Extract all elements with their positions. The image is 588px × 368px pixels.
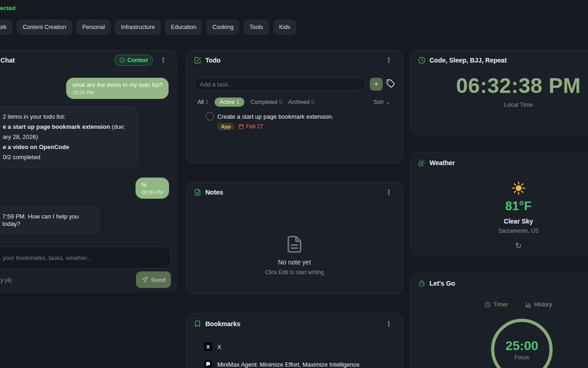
add-task-button[interactable]: + [370, 78, 383, 91]
context-button[interactable]: Context [114, 55, 153, 66]
chat-message-user: what are the items in my todo list? 10:2… [66, 78, 169, 99]
tab-personal[interactable]: Personal [76, 19, 111, 35]
chat-message-line: e a video on OpenCode [3, 142, 131, 152]
todo-filters: All1 Active1 Completed0 Archived0 [198, 98, 315, 107]
timer-ring: 25:00 Focus [491, 319, 553, 368]
bookmarks-menu-button[interactable]: ⋮ [383, 319, 395, 329]
bookmark-item[interactable]: X X [204, 343, 221, 351]
todo-widget: Todo ⋮ + All1 Active1 Completed0 Archive… [186, 50, 403, 163]
task-tag-badge: App [217, 123, 234, 130]
filter-archived[interactable]: Archived0 [288, 99, 314, 105]
chat-widget: Chat Context ⋮ what are the items in my … [0, 50, 177, 292]
chat-menu-button[interactable]: ⋮ [157, 55, 170, 65]
chat-header: Chat Context ⋮ [0, 50, 177, 71]
chat-message-time: 10:20 PM [72, 90, 163, 95]
check-square-icon [194, 57, 201, 64]
chat-message-text: hi [141, 181, 163, 188]
refresh-icon[interactable]: ↻ [512, 241, 524, 251]
chat-input[interactable] [0, 247, 171, 269]
send-button-label: Send [151, 276, 166, 283]
connection-status: ected [0, 5, 16, 12]
chat-message-assistant: 7:59 PM. How can I help you today? [0, 207, 99, 234]
chat-message-line: 7:59 PM. How can I help you today? [2, 213, 92, 228]
tab-content-creation[interactable]: Content Creation [17, 19, 72, 35]
tab-work[interactable]: ork [0, 19, 12, 35]
chevron-down-icon: ⌄ [385, 99, 390, 105]
bookmark-label: X [217, 344, 221, 351]
bookmarks-header: Bookmarks ⋮ [187, 314, 402, 334]
chat-message-line: ary 28, 2026) [3, 132, 131, 142]
weather-condition: Clear Sky [504, 218, 533, 225]
context-button-label: Context [127, 57, 148, 63]
bookmark-label: MiniMax Agent: Minimize Effort, Maximize… [217, 361, 360, 368]
send-button[interactable]: Send [136, 271, 171, 288]
paper-plane-icon [141, 276, 148, 283]
chat-message-time: 08:00 PM [141, 190, 163, 195]
chat-message-line: 2 items in your todo list: [3, 112, 131, 122]
task-text[interactable]: Create a start up page bookmark extensio… [217, 113, 334, 120]
x-favicon: X [204, 343, 212, 351]
task-meta: App Feb 27 [217, 123, 263, 130]
weather-title: Weather [430, 159, 455, 167]
todo-title: Todo [205, 57, 220, 64]
chat-message-text: what are the items in my todo list? [72, 81, 163, 88]
weather-location: Sacramento, US [498, 228, 538, 234]
tab-history[interactable]: History [523, 301, 555, 308]
filter-active[interactable]: Active1 [215, 98, 244, 107]
todo-menu-button[interactable]: ⋮ [383, 55, 395, 65]
notes-menu-button[interactable]: ⋮ [383, 187, 395, 197]
clock-subtitle: Local Time [411, 101, 588, 108]
info-icon [119, 58, 125, 63]
filter-all[interactable]: All1 [198, 99, 209, 105]
tab-timer[interactable]: Timer [482, 301, 510, 308]
sort-dropdown[interactable]: Sort ⌄ [373, 99, 390, 105]
clock-title: Code, Sleep, BJJ, Repeat [430, 57, 507, 64]
calendar-icon [238, 124, 244, 129]
bookmark-icon [194, 320, 201, 328]
notes-empty-state: No note yet Click Edit to start writing [187, 235, 402, 276]
pomodoro-tabs: Timer History [411, 301, 588, 308]
tag-icon[interactable] [386, 79, 395, 88]
notes-empty-title: No note yet [278, 259, 311, 266]
notes-widget: Notes ⋮ No note yet Click Edit to start … [186, 182, 403, 294]
pomodoro-widget: Let's Go Timer History 25:00 Focus [410, 273, 588, 368]
chat-title: Chat [0, 57, 15, 64]
tab-kids[interactable]: Kids [273, 19, 296, 35]
stopwatch-icon [418, 280, 425, 287]
category-tabs: ork Content Creation Personal Infrastruc… [0, 19, 296, 35]
filter-completed[interactable]: Completed0 [250, 99, 282, 105]
weather-widget: Weather 81°F Clear Sky Sacramento, US ↻ [410, 152, 588, 256]
sun-icon [512, 181, 526, 195]
tab-infrastructure[interactable]: Infrastructure [115, 19, 161, 35]
chat-divider [0, 241, 171, 242]
todo-header: Todo ⋮ [187, 50, 402, 71]
clock-icon [485, 302, 491, 308]
notes-empty-subtitle: Click Edit to start writing [265, 269, 324, 276]
tab-education[interactable]: Education [165, 19, 203, 35]
chat-message-user: hi 08:00 PM [136, 178, 169, 199]
task-due: Feb 27 [238, 123, 263, 130]
bookmarks-title: Bookmarks [205, 320, 240, 328]
task-due-date: Feb 27 [246, 123, 263, 130]
tab-tools[interactable]: Tools [243, 19, 269, 35]
chat-message-line: e a start up page bookmark extension (du… [3, 122, 131, 132]
add-task-input[interactable] [194, 77, 366, 91]
timer-mode: Focus [514, 354, 530, 361]
file-text-icon [285, 235, 304, 253]
task-checkbox[interactable] [206, 112, 214, 121]
pomodoro-title: Let's Go [430, 280, 455, 287]
file-text-icon [194, 189, 201, 196]
chat-footer-counter[interactable]: y (4) [0, 277, 11, 283]
bar-chart-icon [526, 302, 531, 308]
notes-title: Notes [205, 189, 223, 196]
tab-cooking[interactable]: Cooking [206, 19, 239, 35]
minimax-favicon [204, 360, 212, 368]
notes-header: Notes ⋮ [187, 182, 402, 203]
pomodoro-header: Let's Go [411, 273, 588, 294]
weather-temperature: 81°F [505, 199, 531, 213]
weather-body: 81°F Clear Sky Sacramento, US ↻ [411, 181, 588, 251]
clock-widget: Code, Sleep, BJJ, Repeat 06:32:38 PM Loc… [410, 50, 588, 135]
bookmark-item[interactable]: MiniMax Agent: Minimize Effort, Maximize… [204, 360, 360, 368]
bookmarks-widget: Bookmarks ⋮ X X MiniMax Agent: Minimize … [186, 313, 403, 368]
chat-message-line: 0/2 completed [3, 152, 131, 162]
